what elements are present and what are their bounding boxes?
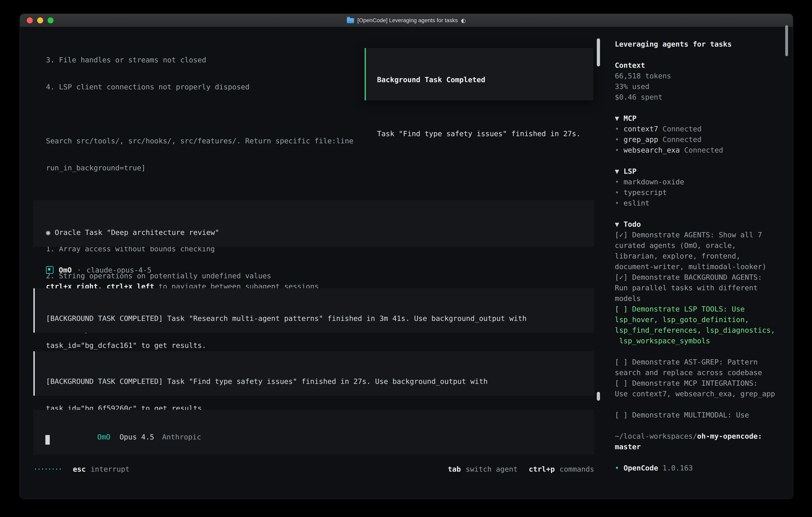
main-scrollbar-thumb[interactable]	[597, 392, 600, 401]
todo-line: [✓] Demonstrate BACKGROUND AGENTS:	[615, 272, 793, 282]
todo-line-active: lsp_find_references, lsp_diagnostics,	[615, 325, 793, 335]
todo-section-header[interactable]: ▼Todo	[615, 219, 793, 229]
minimize-window-button[interactable]	[37, 18, 43, 23]
esc-key-hint: esc	[73, 465, 86, 473]
blank-line	[46, 190, 579, 200]
todo-line: document-writer, multimodal-looker)	[615, 261, 793, 272]
todo-line-active: lsp_workspace_symbols	[615, 335, 793, 346]
context-heading: Context	[615, 60, 793, 71]
bullet-icon: •	[615, 135, 619, 143]
folder-icon	[347, 18, 354, 23]
agent-name: OmO	[59, 266, 72, 274]
lsp-item: •markdown-oxide	[615, 176, 793, 187]
esc-action-label: interrupt	[90, 465, 129, 473]
window-title: [OpenCode] Leveraging agents for tasks ◐	[347, 17, 466, 24]
todo-line: search and replace across codebase	[615, 367, 793, 378]
app-name: OpenCode	[624, 464, 658, 472]
todo-line: librarian, explore, frontend,	[615, 251, 793, 261]
mcp-name: websearch_exa	[624, 146, 680, 154]
session-title: Leveraging agents for tasks	[615, 39, 793, 49]
zoom-window-button[interactable]	[48, 18, 54, 23]
mcp-item: •context7Connected	[615, 124, 793, 134]
notification-title: Background Task Completed	[377, 74, 593, 85]
mcp-item: •grep_appConnected	[615, 134, 793, 145]
todo-line-active: [ ] Demonstrate LSP TOOLS: Use	[615, 304, 793, 314]
workspace-branch: master	[615, 441, 793, 452]
close-window-button[interactable]	[27, 18, 33, 23]
bullet-icon: •	[615, 125, 619, 133]
blank-line	[46, 254, 594, 265]
chevron-down-icon: ▼	[615, 167, 619, 175]
window-titlebar[interactable]: [OpenCode] Leveraging agents for tasks ◐	[20, 14, 793, 27]
ctrlp-key-hint: ctrl+p	[529, 465, 555, 473]
mcp-section-header[interactable]: ▼MCP	[615, 113, 793, 124]
blank-line	[615, 399, 793, 410]
todo-line: models	[615, 293, 793, 304]
sidebar-scrollbar-thumb[interactable]	[785, 25, 788, 56]
background-task-notification: Background Task Completed Task "Find typ…	[365, 48, 593, 100]
blank-line	[615, 208, 793, 219]
blank-line	[615, 452, 793, 463]
workspace-path: ~/local-workspaces/oh-my-opencode:	[615, 431, 793, 441]
progress-half-circle-icon: ◐	[461, 17, 466, 24]
todo-line: Run parallel tasks with different	[615, 282, 793, 293]
todo-heading: Todo	[624, 220, 641, 228]
app-version: 1.0.163	[663, 464, 693, 472]
terminal-window: [OpenCode] Leveraging agents for tasks ◐…	[20, 13, 793, 499]
bullet-icon: •	[615, 188, 619, 196]
main-scrollbar-thumb[interactable]	[597, 38, 600, 66]
background-task-message: [BACKGROUND TASK COMPLETED] Task "Resear…	[33, 288, 594, 333]
spinner-dots-icon: ········	[33, 465, 61, 473]
provider-label: Anthropic	[162, 433, 201, 441]
oracle-task-panel[interactable]: ◉Oracle Task "Deep architecture review" …	[33, 200, 594, 247]
message-line: [BACKGROUND TASK COMPLETED] Task "Resear…	[46, 313, 594, 324]
bullet-icon: •	[615, 464, 619, 472]
blank-line	[377, 101, 593, 112]
bullet-icon: •	[615, 146, 619, 154]
window-title-text: [OpenCode] Leveraging agents for tasks	[357, 17, 458, 24]
bullet-icon: •	[615, 178, 619, 186]
lsp-name: typescript	[624, 188, 667, 196]
lsp-name: markdown-oxide	[624, 178, 684, 186]
ctrlp-action-label: commands	[560, 465, 594, 473]
mcp-name: context7	[624, 125, 658, 133]
blank-line	[615, 155, 793, 166]
chevron-down-icon: ▼	[615, 114, 619, 123]
lsp-item: •typescript	[615, 187, 793, 198]
terminal-line: run_in_background=true]	[46, 163, 579, 173]
todo-line: [✓] Demonstrate AGENTS: Show all 7	[615, 229, 793, 240]
traffic-lights	[27, 18, 54, 23]
workspace-repo: oh-my-opencode:	[697, 432, 762, 440]
prompt-input[interactable]: OmOOpus 4.5Anthropic	[33, 410, 594, 455]
background-task-message: [BACKGROUND TASK COMPLETED] Task "Find t…	[33, 351, 594, 396]
mcp-name: grep_app	[624, 135, 658, 143]
blank-line	[615, 346, 793, 357]
todo-line: [ ] Demonstrate AST-GREP: Pattern	[615, 357, 793, 367]
mcp-item: •websearch_exaConnected	[615, 145, 793, 155]
model-selector-row[interactable]: OmOOpus 4.5Anthropic	[46, 424, 201, 450]
mcp-status: Connected	[663, 125, 701, 133]
message-line: [BACKGROUND TASK COMPLETED] Task "Find t…	[46, 376, 594, 387]
todo-line: Use context7, websearch_exa, grep_app	[615, 388, 793, 399]
lsp-section-header[interactable]: ▼LSP	[615, 166, 793, 176]
mcp-status: Connected	[684, 146, 723, 154]
context-used: 33% used	[615, 81, 793, 92]
lsp-name: eslint	[624, 199, 649, 207]
context-tokens: 66,518 tokens	[615, 71, 793, 81]
mcp-heading: MCP	[624, 114, 637, 123]
blank-line	[615, 102, 793, 113]
active-model-label: Opus 4.5	[119, 433, 154, 441]
tab-action-label: switch agent	[466, 465, 518, 473]
todo-line-active: lsp_hover, lsp_goto_definition,	[615, 314, 793, 325]
terminal-main-pane: 3. File handles or streams not closed 4.…	[20, 27, 611, 498]
active-agent-label: OmO	[97, 433, 110, 441]
lsp-heading: LSP	[624, 167, 637, 175]
agent-checkbox-icon	[46, 266, 54, 274]
oracle-task-title-line: ◉Oracle Task "Deep architecture review"	[46, 227, 594, 238]
message-line: task_id="bg_dcfac161" to get results.	[46, 340, 594, 351]
context-spent: $0.46 spent	[615, 92, 793, 102]
terminal-body: 3. File handles or streams not closed 4.…	[20, 27, 793, 498]
separator-dot: ·	[77, 266, 81, 274]
todo-line: [ ] Demonstrate MULTIMODAL: Use	[615, 410, 793, 420]
agent-header: OmO · claude-opus-4-5	[46, 265, 151, 275]
